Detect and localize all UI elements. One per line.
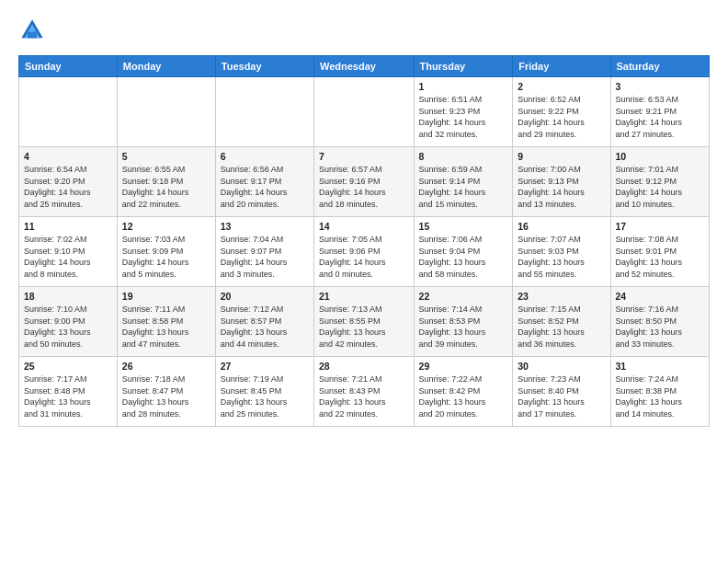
calendar-cell bbox=[215, 77, 313, 147]
day-info: Sunrise: 7:13 AM Sunset: 8:55 PM Dayligh… bbox=[319, 304, 409, 350]
day-info: Sunrise: 7:17 AM Sunset: 8:48 PM Dayligh… bbox=[24, 373, 112, 419]
calendar-cell: 13Sunrise: 7:04 AM Sunset: 9:07 PM Dayli… bbox=[215, 217, 313, 287]
day-number: 11 bbox=[24, 221, 112, 232]
calendar-cell: 8Sunrise: 6:59 AM Sunset: 9:14 PM Daylig… bbox=[414, 147, 513, 217]
calendar-cell: 25Sunrise: 7:17 AM Sunset: 8:48 PM Dayli… bbox=[19, 357, 118, 427]
day-number: 9 bbox=[518, 151, 605, 162]
day-number: 26 bbox=[122, 361, 210, 372]
calendar-cell: 10Sunrise: 7:01 AM Sunset: 9:12 PM Dayli… bbox=[610, 147, 710, 217]
header bbox=[18, 17, 710, 44]
calendar-cell: 12Sunrise: 7:03 AM Sunset: 9:09 PM Dayli… bbox=[117, 217, 215, 287]
day-info: Sunrise: 7:19 AM Sunset: 8:45 PM Dayligh… bbox=[221, 373, 309, 419]
calendar-table: SundayMondayTuesdayWednesdayThursdayFrid… bbox=[18, 55, 710, 427]
day-info: Sunrise: 6:57 AM Sunset: 9:16 PM Dayligh… bbox=[319, 164, 409, 210]
day-number: 16 bbox=[518, 221, 605, 232]
day-info: Sunrise: 7:23 AM Sunset: 8:40 PM Dayligh… bbox=[518, 373, 605, 419]
calendar-cell: 6Sunrise: 6:56 AM Sunset: 9:17 PM Daylig… bbox=[215, 147, 313, 217]
day-info: Sunrise: 6:52 AM Sunset: 9:22 PM Dayligh… bbox=[518, 94, 605, 140]
day-info: Sunrise: 7:22 AM Sunset: 8:42 PM Dayligh… bbox=[419, 373, 508, 419]
day-info: Sunrise: 7:16 AM Sunset: 8:50 PM Dayligh… bbox=[616, 304, 705, 350]
calendar-cell: 30Sunrise: 7:23 AM Sunset: 8:40 PM Dayli… bbox=[513, 357, 610, 427]
day-number: 6 bbox=[221, 151, 309, 162]
day-info: Sunrise: 6:51 AM Sunset: 9:23 PM Dayligh… bbox=[419, 94, 508, 140]
calendar-cell: 11Sunrise: 7:02 AM Sunset: 9:10 PM Dayli… bbox=[19, 217, 118, 287]
calendar-cell: 2Sunrise: 6:52 AM Sunset: 9:22 PM Daylig… bbox=[513, 77, 610, 147]
day-number: 7 bbox=[319, 151, 409, 162]
day-number: 29 bbox=[419, 361, 508, 372]
calendar-cell: 26Sunrise: 7:18 AM Sunset: 8:47 PM Dayli… bbox=[117, 357, 215, 427]
day-number: 17 bbox=[616, 221, 705, 232]
day-number: 28 bbox=[319, 361, 409, 372]
day-info: Sunrise: 7:03 AM Sunset: 9:09 PM Dayligh… bbox=[122, 234, 210, 280]
day-number: 18 bbox=[24, 291, 112, 302]
day-number: 10 bbox=[616, 151, 705, 162]
day-info: Sunrise: 7:06 AM Sunset: 9:04 PM Dayligh… bbox=[419, 234, 508, 280]
calendar-cell: 7Sunrise: 6:57 AM Sunset: 9:16 PM Daylig… bbox=[313, 147, 414, 217]
day-info: Sunrise: 7:08 AM Sunset: 9:01 PM Dayligh… bbox=[616, 234, 705, 280]
calendar-cell: 22Sunrise: 7:14 AM Sunset: 8:53 PM Dayli… bbox=[414, 287, 513, 357]
day-number: 21 bbox=[319, 291, 409, 302]
logo-icon bbox=[18, 17, 46, 44]
weekday-header-friday: Friday bbox=[513, 56, 610, 77]
day-info: Sunrise: 7:02 AM Sunset: 9:10 PM Dayligh… bbox=[24, 234, 112, 280]
calendar-cell bbox=[313, 77, 414, 147]
day-number: 19 bbox=[122, 291, 210, 302]
weekday-header-wednesday: Wednesday bbox=[313, 56, 414, 77]
day-info: Sunrise: 6:56 AM Sunset: 9:17 PM Dayligh… bbox=[221, 164, 309, 210]
day-number: 15 bbox=[419, 221, 508, 232]
calendar-cell: 3Sunrise: 6:53 AM Sunset: 9:21 PM Daylig… bbox=[610, 77, 710, 147]
calendar-cell: 27Sunrise: 7:19 AM Sunset: 8:45 PM Dayli… bbox=[215, 357, 313, 427]
calendar-cell: 5Sunrise: 6:55 AM Sunset: 9:18 PM Daylig… bbox=[117, 147, 215, 217]
day-number: 20 bbox=[221, 291, 309, 302]
day-info: Sunrise: 7:12 AM Sunset: 8:57 PM Dayligh… bbox=[221, 304, 309, 350]
day-number: 30 bbox=[518, 361, 605, 372]
calendar-cell bbox=[19, 77, 118, 147]
day-info: Sunrise: 7:04 AM Sunset: 9:07 PM Dayligh… bbox=[221, 234, 309, 280]
day-number: 3 bbox=[616, 81, 705, 92]
day-number: 24 bbox=[616, 291, 705, 302]
calendar-cell: 31Sunrise: 7:24 AM Sunset: 8:38 PM Dayli… bbox=[610, 357, 710, 427]
day-info: Sunrise: 7:11 AM Sunset: 8:58 PM Dayligh… bbox=[122, 304, 210, 350]
day-info: Sunrise: 6:55 AM Sunset: 9:18 PM Dayligh… bbox=[122, 164, 210, 210]
day-number: 27 bbox=[221, 361, 309, 372]
calendar-cell: 21Sunrise: 7:13 AM Sunset: 8:55 PM Dayli… bbox=[313, 287, 414, 357]
calendar-week-row: 11Sunrise: 7:02 AM Sunset: 9:10 PM Dayli… bbox=[19, 217, 710, 287]
svg-rect-2 bbox=[28, 32, 37, 39]
weekday-header-row: SundayMondayTuesdayWednesdayThursdayFrid… bbox=[19, 56, 710, 77]
calendar-body: 1Sunrise: 6:51 AM Sunset: 9:23 PM Daylig… bbox=[19, 77, 710, 427]
day-info: Sunrise: 7:21 AM Sunset: 8:43 PM Dayligh… bbox=[319, 373, 409, 419]
weekday-header-thursday: Thursday bbox=[414, 56, 513, 77]
calendar-cell: 9Sunrise: 7:00 AM Sunset: 9:13 PM Daylig… bbox=[513, 147, 610, 217]
calendar-cell: 20Sunrise: 7:12 AM Sunset: 8:57 PM Dayli… bbox=[215, 287, 313, 357]
day-info: Sunrise: 6:59 AM Sunset: 9:14 PM Dayligh… bbox=[419, 164, 508, 210]
day-info: Sunrise: 7:10 AM Sunset: 9:00 PM Dayligh… bbox=[24, 304, 112, 350]
calendar-cell: 18Sunrise: 7:10 AM Sunset: 9:00 PM Dayli… bbox=[19, 287, 118, 357]
calendar-cell: 15Sunrise: 7:06 AM Sunset: 9:04 PM Dayli… bbox=[414, 217, 513, 287]
calendar-cell: 17Sunrise: 7:08 AM Sunset: 9:01 PM Dayli… bbox=[610, 217, 710, 287]
day-info: Sunrise: 7:00 AM Sunset: 9:13 PM Dayligh… bbox=[518, 164, 605, 210]
day-number: 1 bbox=[419, 81, 508, 92]
day-info: Sunrise: 7:24 AM Sunset: 8:38 PM Dayligh… bbox=[616, 373, 705, 419]
weekday-header-saturday: Saturday bbox=[610, 56, 710, 77]
page: SundayMondayTuesdayWednesdayThursdayFrid… bbox=[0, 0, 728, 438]
calendar-week-row: 25Sunrise: 7:17 AM Sunset: 8:48 PM Dayli… bbox=[19, 357, 710, 427]
day-info: Sunrise: 7:14 AM Sunset: 8:53 PM Dayligh… bbox=[419, 304, 508, 350]
day-number: 13 bbox=[221, 221, 309, 232]
calendar-cell: 4Sunrise: 6:54 AM Sunset: 9:20 PM Daylig… bbox=[19, 147, 118, 217]
day-info: Sunrise: 6:54 AM Sunset: 9:20 PM Dayligh… bbox=[24, 164, 112, 210]
calendar-cell: 28Sunrise: 7:21 AM Sunset: 8:43 PM Dayli… bbox=[313, 357, 414, 427]
day-info: Sunrise: 7:01 AM Sunset: 9:12 PM Dayligh… bbox=[616, 164, 705, 210]
day-number: 4 bbox=[24, 151, 112, 162]
weekday-header-tuesday: Tuesday bbox=[215, 56, 313, 77]
calendar-cell bbox=[117, 77, 215, 147]
day-number: 22 bbox=[419, 291, 508, 302]
calendar-week-row: 4Sunrise: 6:54 AM Sunset: 9:20 PM Daylig… bbox=[19, 147, 710, 217]
day-info: Sunrise: 7:18 AM Sunset: 8:47 PM Dayligh… bbox=[122, 373, 210, 419]
logo bbox=[18, 17, 50, 44]
day-number: 12 bbox=[122, 221, 210, 232]
weekday-header-sunday: Sunday bbox=[19, 56, 118, 77]
day-info: Sunrise: 7:15 AM Sunset: 8:52 PM Dayligh… bbox=[518, 304, 605, 350]
calendar-cell: 19Sunrise: 7:11 AM Sunset: 8:58 PM Dayli… bbox=[117, 287, 215, 357]
day-number: 31 bbox=[616, 361, 705, 372]
day-number: 2 bbox=[518, 81, 605, 92]
